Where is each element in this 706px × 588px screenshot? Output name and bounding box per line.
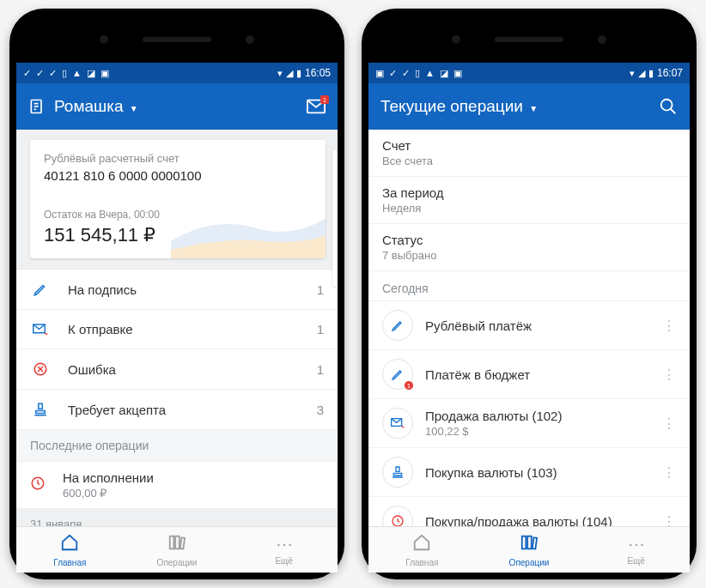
status-item-send[interactable]: К отправке 1 xyxy=(16,310,338,349)
check-icon: ✓ xyxy=(402,68,410,79)
filter-period[interactable]: За период Неделя xyxy=(368,177,690,224)
filter-label: Статус xyxy=(382,233,676,247)
nav-home[interactable]: Главная xyxy=(16,527,124,573)
nav-label: Операции xyxy=(157,558,198,567)
account-card[interactable]: Рублёвый расчетный счет 40121 810 6 0000… xyxy=(30,140,326,258)
op-title: Покупка/продажа валюты (104) xyxy=(425,514,659,527)
pen-icon xyxy=(382,310,413,341)
battery-icon: ▮ xyxy=(296,68,301,79)
operations-dropdown[interactable]: Текущие операции ▼ xyxy=(380,97,538,116)
filter-status[interactable]: Статус 7 выбрано xyxy=(368,224,690,271)
error-icon xyxy=(30,361,51,377)
op-title: Рублёвый платёж xyxy=(425,318,659,333)
op-item-budget-payment[interactable]: 1 Платёж в бюджет ⋮ xyxy=(368,350,690,399)
op-title: Продажа валюты (102) xyxy=(425,409,659,423)
filters: Счет Все счета За период Неделя Статус 7… xyxy=(368,130,690,271)
screen-1: ✓ ✓ ✓ ▯ ▲ ◪ ▣ ▾ ◢ ▮ 16:05 Ромашка xyxy=(16,63,338,573)
stamp-icon xyxy=(382,457,413,488)
more-icon[interactable]: ⋮ xyxy=(659,318,679,334)
image-icon: ▣ xyxy=(375,68,384,79)
nav-operations[interactable]: Операции xyxy=(124,527,231,573)
more-icon[interactable]: ⋮ xyxy=(659,367,679,383)
op-item-ruble-payment[interactable]: Рублёвый платёж ⋮ xyxy=(368,301,690,350)
op-title: Платёж в бюджет xyxy=(425,367,659,382)
operation-row[interactable]: На исполнении 600,00 ₽ xyxy=(16,462,338,509)
status-label: К отправке xyxy=(68,322,133,336)
nav-operations[interactable]: Операции xyxy=(476,527,583,573)
nav-label: Главная xyxy=(53,558,86,567)
filter-value: 7 выбрано xyxy=(382,249,676,262)
op-item-currency-sale[interactable]: Продажа валюты (102) 100,22 $ ⋮ xyxy=(368,399,690,448)
company-name: Ромашка xyxy=(54,97,124,115)
next-card-peek[interactable] xyxy=(332,150,338,287)
status-item-sign[interactable]: На подпись 1 xyxy=(16,270,338,310)
device-icon: ▯ xyxy=(415,68,420,79)
check-icon: ✓ xyxy=(389,68,397,79)
op-title: Покупка валюты (103) xyxy=(425,465,659,480)
nav-more[interactable]: ⋯ Ещё xyxy=(230,527,338,573)
nav-label: Ещё xyxy=(275,556,292,566)
section-today: Сегодня xyxy=(368,271,690,301)
screen-2: ▣ ✓ ✓ ▯ ▲ ◪ ▣ ▾ ◢ ▮ 16:07 Текущие операц… xyxy=(368,63,690,573)
nav-home[interactable]: Главная xyxy=(368,527,476,573)
status-count: 1 xyxy=(317,362,324,377)
op-item-currency-buysell[interactable]: Покупка/продажа валюты (104) ⋮ xyxy=(368,497,690,526)
last-operations-header: Последние операции xyxy=(16,430,338,462)
status-label: На подпись xyxy=(68,282,137,297)
device-icon: ▯ xyxy=(62,68,67,79)
account-number: 40121 810 6 0000 0000100 xyxy=(44,168,312,183)
shop-icon: ▣ xyxy=(100,68,109,79)
more-icon: ⋯ xyxy=(628,534,645,555)
status-label: Ошибка xyxy=(68,362,116,377)
phone-hardware xyxy=(368,15,690,63)
status-item-error[interactable]: Ошибка 1 xyxy=(16,349,338,390)
status-count: 1 xyxy=(317,322,324,336)
status-list: На подпись 1 К отправке 1 Ошибка 1 Требу… xyxy=(16,269,338,430)
document-icon[interactable] xyxy=(28,98,46,115)
main-content: Счет Все счета За период Неделя Статус 7… xyxy=(368,130,690,526)
company-dropdown[interactable]: Ромашка ▼ xyxy=(54,97,138,116)
more-icon[interactable]: ⋮ xyxy=(659,464,679,481)
account-type: Рублёвый расчетный счет xyxy=(44,152,312,165)
more-icon[interactable]: ⋮ xyxy=(659,513,679,527)
status-count: 3 xyxy=(317,403,324,417)
svg-line-14 xyxy=(671,109,676,114)
more-icon[interactable]: ⋮ xyxy=(659,415,679,432)
wifi-icon: ▾ xyxy=(277,68,283,79)
bottom-nav: Главная Операции ⋯ Ещё xyxy=(16,526,338,573)
op-item-currency-buy[interactable]: Покупка валюты (103) ⋮ xyxy=(368,448,690,497)
status-item-accept[interactable]: Требует акцепта 3 xyxy=(16,390,338,430)
nav-more[interactable]: ⋯ Ещё xyxy=(582,527,690,573)
nav-label: Ещё xyxy=(627,556,644,566)
filter-account[interactable]: Счет Все счета xyxy=(368,130,690,177)
page-title: Текущие операции xyxy=(380,97,523,115)
phone-hardware xyxy=(16,15,338,63)
mail-button[interactable]: 1 xyxy=(307,99,326,114)
phone-mockup-2: ▣ ✓ ✓ ▯ ▲ ◪ ▣ ▾ ◢ ▮ 16:07 Текущие операц… xyxy=(362,9,697,579)
svg-point-13 xyxy=(661,100,673,111)
chevron-down-icon: ▼ xyxy=(529,104,538,113)
more-icon: ⋯ xyxy=(276,534,293,555)
status-label: Требует акцепта xyxy=(68,403,166,417)
mail-badge: 1 xyxy=(320,95,329,104)
svg-rect-18 xyxy=(522,536,526,549)
check-icon: ✓ xyxy=(23,68,31,79)
pen-icon: 1 xyxy=(382,359,413,390)
status-bar: ✓ ✓ ✓ ▯ ▲ ◪ ▣ ▾ ◢ ▮ 16:05 xyxy=(16,63,338,83)
chart-decoration xyxy=(171,198,326,258)
home-icon xyxy=(60,533,79,556)
warning-icon: ▲ xyxy=(72,68,82,78)
clipboard-icon: ◪ xyxy=(440,68,448,79)
status-time: 16:05 xyxy=(305,67,331,79)
search-button[interactable] xyxy=(659,97,678,116)
main-content: Рублёвый расчетный счет 40121 810 6 0000… xyxy=(16,130,338,526)
phone-mockup-1: ✓ ✓ ✓ ▯ ▲ ◪ ▣ ▾ ◢ ▮ 16:05 Ромашка xyxy=(9,9,344,579)
nav-label: Операции xyxy=(509,558,550,567)
books-icon xyxy=(520,533,539,556)
clipboard-icon: ◪ xyxy=(87,68,95,79)
count-badge: 1 xyxy=(404,380,414,391)
filter-value: Все счета xyxy=(382,155,676,167)
battery-icon: ▮ xyxy=(648,68,654,79)
filter-value: Неделя xyxy=(382,202,676,215)
svg-rect-12 xyxy=(180,537,185,549)
